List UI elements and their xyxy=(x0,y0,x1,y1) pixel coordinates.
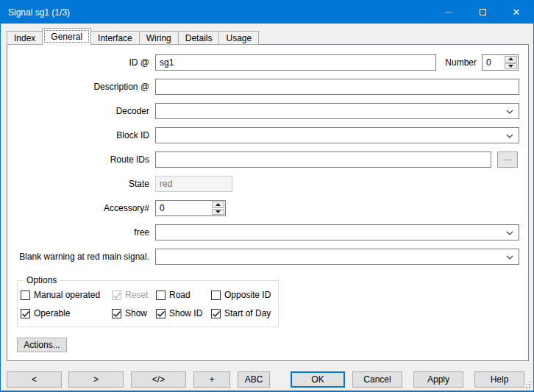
code-button[interactable]: </> xyxy=(131,371,186,388)
help-button-label: Help xyxy=(491,374,509,385)
checkbox-start-of-day[interactable]: Start of Day xyxy=(211,307,271,319)
tab-details[interactable]: Details xyxy=(178,31,220,45)
next-button[interactable]: > xyxy=(68,371,124,388)
checkbox-reset: Reset xyxy=(112,289,156,301)
state-label: State xyxy=(7,176,149,192)
arrow-down-icon xyxy=(508,65,513,68)
description-label: Description @ xyxy=(7,79,149,95)
checkbox-label: Show ID xyxy=(169,308,202,318)
spin-down-button[interactable] xyxy=(505,63,517,70)
number-value: 0 xyxy=(486,55,491,70)
checkbox-icon xyxy=(156,309,165,318)
code-button-label: </> xyxy=(152,374,165,385)
checkbox-icon xyxy=(211,309,221,318)
ellipsis-icon: ... xyxy=(503,154,512,160)
tab-usage[interactable]: Usage xyxy=(218,31,259,45)
id-input[interactable] xyxy=(155,54,436,71)
number-spinner[interactable]: 0 xyxy=(482,54,519,71)
apply-button[interactable]: Apply xyxy=(413,371,463,388)
checkmark-icon xyxy=(113,292,121,299)
checkbox-icon xyxy=(21,309,30,318)
tab-wiring-label: Wiring xyxy=(146,33,171,43)
checkbox-label: Opposite ID xyxy=(224,290,271,300)
blank-warning-label: Blank warning at red main signal. xyxy=(7,249,149,265)
apply-button-label: Apply xyxy=(427,374,449,385)
chevron-down-icon xyxy=(506,134,513,138)
blank-warning-combobox[interactable] xyxy=(155,249,519,265)
tab-wiring[interactable]: Wiring xyxy=(139,31,179,45)
checkbox-label: Show xyxy=(125,308,147,318)
arrow-up-icon xyxy=(508,57,513,60)
tab-strip: Index General Interface Wiring Details U… xyxy=(7,28,258,45)
tab-index-label: Index xyxy=(14,33,35,43)
general-tab-panel: ID @ Number 0 Description @ Decoder xyxy=(7,44,529,361)
spin-down-button[interactable] xyxy=(212,209,224,215)
route-ids-input[interactable] xyxy=(155,152,491,168)
add-button-label: + xyxy=(209,374,214,385)
checkbox-label: Manual operated xyxy=(34,290,100,300)
actions-button-label: Actions... xyxy=(24,340,60,350)
decoder-combobox[interactable] xyxy=(155,103,519,119)
checkbox-label: Reset xyxy=(125,290,148,300)
tab-interface-label: Interface xyxy=(98,33,132,43)
state-input xyxy=(155,176,232,192)
abc-button-label: ABC xyxy=(245,374,263,385)
checkbox-operable[interactable]: Operable xyxy=(21,307,112,319)
spin-up-button[interactable] xyxy=(505,56,517,63)
id-label: ID @ xyxy=(7,54,149,71)
spin-up-button[interactable] xyxy=(212,202,224,208)
options-groupbox: Options Manual operated Reset Road Oppos… xyxy=(17,280,279,327)
ok-button-label: OK xyxy=(311,374,324,385)
checkbox-show-id[interactable]: Show ID xyxy=(156,307,211,319)
accessory-spinner[interactable]: 0 xyxy=(155,200,226,216)
minimize-button[interactable] xyxy=(432,1,466,24)
description-input[interactable] xyxy=(155,79,519,95)
checkbox-icon xyxy=(112,309,121,318)
checkbox-road[interactable]: Road xyxy=(156,289,211,301)
tab-general[interactable]: General xyxy=(42,28,91,45)
arrow-down-icon xyxy=(216,210,221,213)
decoder-label: Decoder xyxy=(7,103,149,119)
checkbox-show[interactable]: Show xyxy=(112,307,156,319)
checkmark-icon xyxy=(113,310,121,318)
chevron-down-icon xyxy=(506,110,513,114)
accessory-spin-buttons xyxy=(212,202,224,215)
resize-grip[interactable] xyxy=(523,381,531,389)
tab-interface[interactable]: Interface xyxy=(90,31,140,45)
cancel-button[interactable]: Cancel xyxy=(352,371,402,388)
accessory-label: Accessory# xyxy=(7,200,149,216)
tab-details-label: Details xyxy=(185,33,213,43)
checkbox-icon xyxy=(211,291,221,300)
window-controls: ✕ xyxy=(432,1,533,24)
checkbox-manual-operated[interactable]: Manual operated xyxy=(21,289,112,301)
accessory-value: 0 xyxy=(160,201,165,215)
prev-button-label: < xyxy=(32,374,37,385)
route-ids-label: Route IDs xyxy=(7,152,149,168)
prev-button[interactable]: < xyxy=(7,371,62,388)
title-bar[interactable]: Signal sg1 (1/3) ✕ xyxy=(1,1,533,24)
actions-button[interactable]: Actions... xyxy=(17,338,67,352)
tab-index[interactable]: Index xyxy=(7,31,43,45)
ok-button[interactable]: OK xyxy=(291,371,345,388)
help-button[interactable]: Help xyxy=(474,371,524,388)
close-icon: ✕ xyxy=(513,7,521,17)
block-id-combobox[interactable] xyxy=(155,127,519,143)
checkbox-opposite-id[interactable]: Opposite ID xyxy=(211,289,271,301)
close-button[interactable]: ✕ xyxy=(499,1,533,24)
add-button[interactable]: + xyxy=(193,371,230,388)
checkmark-icon xyxy=(212,310,221,318)
maximize-icon xyxy=(480,9,486,15)
checkmark-icon xyxy=(157,310,165,318)
free-combobox[interactable] xyxy=(155,224,519,240)
abc-button[interactable]: ABC xyxy=(238,371,270,388)
checkmark-icon xyxy=(21,310,30,318)
route-ids-browse-button[interactable]: ... xyxy=(497,152,518,168)
window-title: Signal sg1 (1/3) xyxy=(1,7,70,18)
checkbox-icon xyxy=(21,291,30,300)
checkbox-icon xyxy=(156,291,165,300)
checkbox-label: Operable xyxy=(34,308,70,318)
free-label: free xyxy=(7,224,149,240)
maximize-button[interactable] xyxy=(466,1,499,24)
chevron-down-icon xyxy=(506,231,513,235)
number-label: Number xyxy=(441,54,477,71)
